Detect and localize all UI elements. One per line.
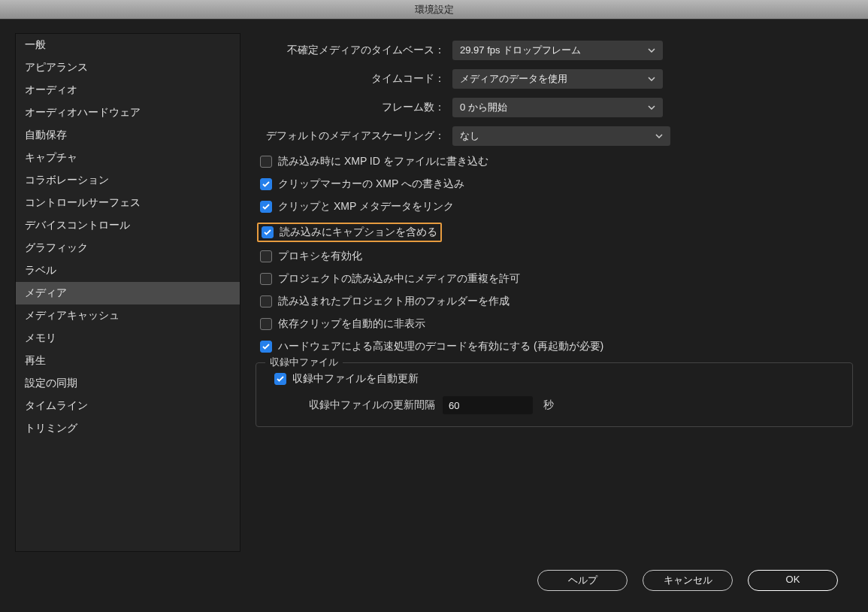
checkbox-row: クリップと XMP メタデータをリンク: [256, 200, 853, 214]
fieldset-recording-files: 収録中ファイル 収録中ファイルを自動更新 収録中ファイルの更新間隔 秒: [256, 362, 853, 427]
dropdown-timebase[interactable]: 29.97 fps ドロップフレーム: [452, 41, 663, 60]
label-interval: 収録中ファイルの更新間隔: [309, 398, 435, 412]
dialog-footer: ヘルプ キャンセル OK: [0, 559, 868, 591]
window-titlebar: 環境設定: [0, 0, 868, 20]
checkbox-label: 読み込みにキャプションを含める: [280, 226, 437, 239]
dropdown-timecode[interactable]: メディアのデータを使用: [452, 69, 663, 89]
checkbox-label: ハードウェアによる高速処理のデコードを有効にする (再起動が必要): [278, 340, 603, 353]
checkbox[interactable]: [260, 295, 272, 308]
label-auto-refresh: 収録中ファイルを自動更新: [292, 372, 419, 386]
checkbox[interactable]: [260, 201, 272, 213]
checkbox-row: 読み込みにキャプションを含める: [262, 226, 437, 239]
checkbox[interactable]: [260, 318, 272, 330]
preferences-sidebar: 一般アピアランスオーディオオーディオハードウェア自動保存キャプチャコラボレーショ…: [15, 33, 240, 552]
ok-button[interactable]: OK: [748, 570, 838, 591]
cancel-button[interactable]: キャンセル: [643, 570, 733, 591]
row-timebase: 不確定メディアのタイムベース： 29.97 fps ドロップフレーム: [256, 41, 853, 60]
sidebar-item[interactable]: メモリ: [16, 327, 240, 350]
checkbox-group: 読み込み時に XMP ID をファイルに書き込むクリップマーカーの XMP への…: [256, 155, 853, 353]
dropdown-timecode-value: メディアのデータを使用: [460, 72, 567, 86]
dropdown-framecount-value: 0 から開始: [460, 101, 507, 114]
preferences-main: 不確定メディアのタイムベース： 29.97 fps ドロップフレーム タイムコー…: [256, 33, 853, 552]
sidebar-item[interactable]: コラボレーション: [16, 169, 240, 192]
checkbox-row: 依存クリップを自動的に非表示: [256, 317, 853, 331]
checkbox-label: 依存クリップを自動的に非表示: [278, 317, 425, 331]
checkbox[interactable]: [260, 273, 272, 285]
checkbox-label: プロキシを有効化: [278, 250, 362, 263]
label-timebase: 不確定メディアのタイムベース：: [256, 44, 452, 57]
input-interval[interactable]: [443, 396, 533, 414]
fieldset-legend: 収録中ファイル: [265, 356, 343, 369]
checkbox-row: プロキシを有効化: [256, 250, 853, 263]
sidebar-item[interactable]: 自動保存: [16, 124, 240, 147]
sidebar-item[interactable]: コントロールサーフェス: [16, 192, 240, 214]
sidebar-item[interactable]: キャプチャ: [16, 147, 240, 169]
sidebar-item[interactable]: タイムライン: [16, 395, 240, 417]
sidebar-item[interactable]: オーディオ: [16, 79, 240, 101]
highlight-box: 読み込みにキャプションを含める: [257, 223, 442, 242]
row-auto-refresh: 収録中ファイルを自動更新: [268, 372, 840, 386]
row-scaling: デフォルトのメディアスケーリング： なし: [256, 126, 853, 146]
checkbox-row: プロジェクトの読み込み中にメディアの重複を許可: [256, 272, 853, 286]
sidebar-item[interactable]: アピアランス: [16, 56, 240, 79]
checkbox[interactable]: [262, 226, 274, 238]
checkbox[interactable]: [260, 250, 272, 262]
chevron-down-icon: [655, 134, 663, 138]
label-timecode: タイムコード：: [256, 72, 452, 86]
label-scaling: デフォルトのメディアスケーリング：: [256, 129, 452, 143]
row-interval: 収録中ファイルの更新間隔 秒: [268, 396, 840, 414]
sidebar-item[interactable]: グラフィック: [16, 237, 240, 259]
row-timecode: タイムコード： メディアのデータを使用: [256, 69, 853, 89]
label-framecount: フレーム数：: [256, 101, 452, 114]
sidebar-item[interactable]: メディア: [16, 282, 240, 304]
checkbox[interactable]: [260, 156, 272, 168]
sidebar-item[interactable]: 設定の同期: [16, 372, 240, 395]
chevron-down-icon: [648, 48, 655, 53]
dropdown-scaling[interactable]: なし: [452, 126, 670, 146]
checkbox-row: ハードウェアによる高速処理のデコードを有効にする (再起動が必要): [256, 340, 853, 353]
checkbox-label: 読み込み時に XMP ID をファイルに書き込む: [278, 155, 488, 168]
dropdown-framecount[interactable]: 0 から開始: [452, 98, 663, 117]
sidebar-item[interactable]: デバイスコントロール: [16, 214, 240, 237]
checkbox[interactable]: [260, 341, 272, 353]
unit-interval: 秒: [543, 398, 554, 412]
chevron-down-icon: [648, 77, 655, 81]
help-button[interactable]: ヘルプ: [537, 570, 628, 591]
checkbox[interactable]: [260, 178, 272, 190]
row-framecount: フレーム数： 0 から開始: [256, 98, 853, 117]
checkbox-label: プロジェクトの読み込み中にメディアの重複を許可: [278, 272, 520, 286]
sidebar-item[interactable]: 一般: [16, 34, 240, 56]
checkbox-row: クリップマーカーの XMP への書き込み: [256, 177, 853, 191]
checkbox-auto-refresh[interactable]: [274, 373, 286, 385]
dropdown-timebase-value: 29.97 fps ドロップフレーム: [460, 44, 581, 57]
checkbox-row: 読み込み時に XMP ID をファイルに書き込む: [256, 155, 853, 168]
checkbox-row: 読み込まれたプロジェクト用のフォルダーを作成: [256, 295, 853, 308]
dropdown-scaling-value: なし: [460, 129, 479, 143]
chevron-down-icon: [648, 105, 655, 110]
checkbox-label: 読み込まれたプロジェクト用のフォルダーを作成: [278, 295, 510, 308]
sidebar-item[interactable]: ラベル: [16, 259, 240, 282]
checkbox-label: クリップマーカーの XMP への書き込み: [278, 177, 464, 191]
checkbox-label: クリップと XMP メタデータをリンク: [278, 200, 454, 214]
dialog-content: 一般アピアランスオーディオオーディオハードウェア自動保存キャプチャコラボレーショ…: [0, 20, 868, 559]
sidebar-item[interactable]: 再生: [16, 350, 240, 372]
sidebar-item[interactable]: トリミング: [16, 417, 240, 440]
sidebar-item[interactable]: オーディオハードウェア: [16, 101, 240, 124]
sidebar-item[interactable]: メディアキャッシュ: [16, 304, 240, 327]
window-title: 環境設定: [415, 4, 454, 15]
